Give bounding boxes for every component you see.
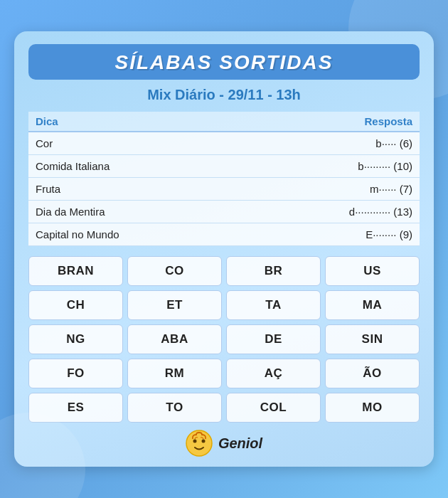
table-row: Capital no MundoE········ (9) (28, 223, 420, 246)
clue-answer: m······ (7) (247, 178, 420, 201)
syllable-cell[interactable]: BRAN (28, 256, 123, 286)
syllable-cell[interactable]: FO (28, 359, 123, 388)
table-row: Dia da Mentirad············ (13) (28, 201, 420, 223)
syllable-cell[interactable]: ES (28, 393, 123, 423)
table-row: Comida Italianab········· (10) (28, 155, 420, 178)
clue-hint: Capital no Mundo (28, 223, 247, 246)
syllable-cell[interactable]: DE (226, 324, 321, 354)
main-card: SÍLABAS SORTIDAS Mix Diário - 29/11 - 13… (14, 31, 434, 467)
page-title: SÍLABAS SORTIDAS (28, 51, 420, 74)
col-header-hint: Dica (28, 112, 247, 132)
clue-hint: Dia da Mentira (28, 201, 247, 223)
syllable-cell[interactable]: MO (325, 393, 420, 423)
col-header-answer: Resposta (247, 112, 420, 132)
clue-hint: Comida Italiana (28, 155, 247, 178)
clue-answer: E········ (9) (247, 223, 420, 246)
syllable-cell[interactable]: SIN (325, 324, 420, 354)
clue-hint: Cor (28, 132, 247, 155)
title-banner: SÍLABAS SORTIDAS (28, 44, 420, 80)
syllable-cell[interactable]: US (325, 256, 420, 286)
syllable-cell[interactable]: RM (127, 359, 222, 388)
syllable-cell[interactable]: MA (325, 290, 420, 320)
geniol-logo-icon (186, 430, 213, 457)
svg-point-1 (193, 440, 196, 443)
syllable-cell[interactable]: AÇ (226, 359, 321, 388)
clue-answer: b····· (6) (247, 132, 420, 155)
syllable-cell[interactable]: ET (127, 290, 222, 320)
syllable-grid: BRANCOBRUSCHETTAMANGABADESINFORMAÇÃOESTO… (28, 256, 420, 423)
clues-table: Dica Resposta Corb····· (6)Comida Italia… (28, 112, 420, 246)
svg-point-2 (201, 440, 205, 443)
table-row: Frutam······ (7) (28, 178, 420, 201)
clue-answer: b········· (10) (247, 155, 420, 178)
brand-name: Geniol (218, 435, 262, 452)
syllable-cell[interactable]: TO (127, 393, 222, 423)
table-row: Corb····· (6) (28, 132, 420, 155)
syllable-cell[interactable]: ABA (127, 324, 222, 354)
syllable-cell[interactable]: TA (226, 290, 321, 320)
clue-hint: Fruta (28, 178, 247, 201)
syllable-cell[interactable]: COL (226, 393, 321, 423)
syllable-cell[interactable]: ÃO (325, 359, 420, 388)
footer: Geniol (28, 430, 420, 457)
syllable-cell[interactable]: CH (28, 290, 123, 320)
syllable-cell[interactable]: CO (127, 256, 222, 286)
subtitle: Mix Diário - 29/11 - 13h (28, 87, 420, 103)
clue-answer: d············ (13) (247, 201, 420, 223)
syllable-cell[interactable]: BR (226, 256, 321, 286)
svg-point-0 (186, 430, 212, 456)
syllable-cell[interactable]: NG (28, 324, 123, 354)
